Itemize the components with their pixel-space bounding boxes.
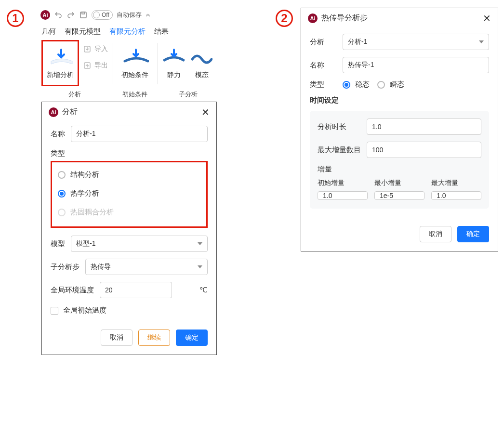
radio-transient[interactable]: 瞬态 — [377, 80, 404, 89]
ribbon-group-analysis: 新增分析 导入 导出 — [39, 40, 111, 99]
dialog-title: 分析 — [62, 107, 78, 117]
checkbox-icon — [51, 307, 58, 315]
global-init-temp-checkbox[interactable]: 全局初始温度 — [51, 306, 208, 315]
redo-icon[interactable] — [66, 11, 75, 19]
max-inc-count-label: 最大增量数目 — [318, 145, 361, 155]
import-button[interactable]: 导入 — [83, 45, 108, 53]
radio-icon — [58, 209, 66, 216]
modal-icon — [191, 47, 212, 68]
type-label: 类型 — [310, 80, 337, 89]
ribbon: 新增分析 导入 导出 — [39, 40, 224, 99]
app-logo-icon: Ai — [40, 10, 50, 20]
radio-steady[interactable]: 稳态 — [343, 80, 370, 89]
radio-thermal[interactable]: 热学分析 — [58, 189, 200, 198]
step-badge-1: 1 — [7, 10, 24, 27]
ok-button[interactable]: 确定 — [176, 330, 208, 346]
autosave-caret-icon[interactable] — [146, 13, 150, 17]
modal-label: 模态 — [195, 71, 209, 79]
type-radio-group: 稳态 瞬态 — [343, 80, 404, 89]
name-label: 名称 — [310, 61, 337, 70]
svg-rect-0 — [80, 12, 86, 18]
analysis-select[interactable]: 分析-1 — [343, 34, 489, 50]
close-icon[interactable]: ✕ — [483, 13, 491, 23]
dialog-header: Ai 分析 ✕ — [42, 102, 216, 122]
radio-icon — [58, 190, 66, 198]
undo-icon[interactable] — [54, 11, 63, 19]
group-label-initial: 初始条件 — [122, 90, 147, 99]
max-inc-count-input[interactable]: 100 — [367, 142, 481, 158]
radio-icon — [377, 81, 385, 89]
tab-results[interactable]: 结果 — [154, 27, 169, 36]
timing-title: 时间设定 — [310, 96, 489, 105]
timing-box: 分析时长 1.0 最大增量数目 100 增量 初始增量 1.0 最小增量 — [310, 111, 489, 209]
quick-toolbar: Ai Off 自动保存 — [39, 8, 224, 22]
type-label: 类型 — [51, 149, 65, 158]
ribbon-separator — [158, 43, 158, 84]
radio-label: 热固耦合分析 — [70, 208, 114, 217]
type-radio-group: 结构分析 热学分析 热固耦合分析 — [51, 161, 208, 228]
export-icon — [83, 61, 92, 70]
autosave-label: 自动保存 — [117, 11, 142, 19]
panel-2: Ai 热传导分析步 ✕ 分析 分析-1 名称 热传导-1 类型 稳态 — [301, 8, 498, 251]
dialog-header: Ai 热传导分析步 ✕ — [301, 8, 498, 28]
export-label: 导出 — [94, 61, 108, 70]
app-logo-icon: Ai — [49, 107, 58, 117]
heat-step-dialog: Ai 热传导分析步 ✕ 分析 分析-1 名称 热传导-1 类型 稳态 — [301, 8, 498, 251]
name-input[interactable]: 分析-1 — [71, 126, 208, 142]
tab-fe-analysis[interactable]: 有限元分析 — [109, 27, 146, 36]
toggle-label: Off — [102, 12, 109, 18]
initial-condition-label: 初始条件 — [121, 71, 148, 79]
radio-icon — [58, 171, 66, 179]
modal-button[interactable]: 模态 — [190, 40, 214, 86]
new-analysis-button[interactable]: 新增分析 — [41, 40, 79, 86]
close-icon[interactable]: ✕ — [201, 107, 210, 117]
radio-label: 热学分析 — [70, 189, 99, 198]
new-analysis-label: 新增分析 — [47, 71, 74, 79]
init-inc-label: 初始增量 — [318, 179, 368, 187]
min-inc-input[interactable]: 1e-5 — [374, 191, 424, 200]
group-label-analysis: 分析 — [68, 90, 81, 99]
init-inc-input[interactable]: 1.0 — [318, 191, 368, 200]
increment-label: 增量 — [318, 165, 332, 173]
analysis-dialog: Ai 分析 ✕ 名称 分析-1 类型 结构分析 热学分析 — [41, 102, 217, 355]
import-icon — [83, 45, 92, 53]
cancel-button[interactable]: 取消 — [420, 226, 451, 242]
radio-label: 瞬态 — [390, 80, 404, 89]
duration-label: 分析时长 — [318, 122, 361, 132]
max-inc-label: 最大增量 — [431, 179, 481, 187]
duration-input[interactable]: 1.0 — [367, 119, 481, 135]
env-temp-input[interactable]: 20 — [100, 282, 172, 298]
model-label: 模型 — [51, 239, 65, 249]
env-temp-label: 全局环境温度 — [51, 286, 94, 295]
save-icon[interactable] — [79, 11, 88, 19]
max-inc-input[interactable]: 1.0 — [431, 191, 481, 200]
static-icon — [163, 47, 185, 68]
ribbon-group-sub: 静力 模态 子分析 — [159, 40, 217, 99]
radio-structural[interactable]: 结构分析 — [58, 170, 200, 179]
substep-select[interactable]: 热传导 — [85, 259, 208, 275]
radio-icon — [343, 81, 350, 89]
import-export-group: 导入 导出 — [83, 40, 108, 70]
ribbon-group-initial: 初始条件 初始条件 — [113, 40, 157, 99]
name-input[interactable]: 热传导-1 — [343, 57, 489, 73]
export-button[interactable]: 导出 — [83, 61, 108, 70]
checkbox-label: 全局初始温度 — [63, 306, 106, 315]
import-label: 导入 — [94, 45, 108, 53]
min-inc-label: 最小增量 — [374, 179, 424, 187]
model-select[interactable]: 模型-1 — [71, 236, 208, 252]
static-label: 静力 — [167, 71, 181, 79]
ok-button[interactable]: 确定 — [457, 226, 489, 242]
tab-fe-model[interactable]: 有限元模型 — [65, 27, 101, 36]
tab-geometry[interactable]: 几何 — [41, 27, 56, 36]
autosave-toggle[interactable]: Off — [92, 10, 113, 20]
initial-condition-icon — [123, 47, 147, 68]
initial-condition-button[interactable]: 初始条件 — [116, 40, 154, 86]
step-badge-2: 2 — [276, 10, 293, 27]
group-label-sub: 子分析 — [179, 90, 198, 99]
continue-button[interactable]: 继续 — [138, 330, 170, 346]
app-logo-icon: Ai — [308, 13, 318, 23]
cancel-button[interactable]: 取消 — [101, 330, 133, 346]
ribbon-separator — [112, 43, 112, 84]
radio-coupled: 热固耦合分析 — [58, 208, 200, 217]
static-button[interactable]: 静力 — [162, 40, 186, 86]
